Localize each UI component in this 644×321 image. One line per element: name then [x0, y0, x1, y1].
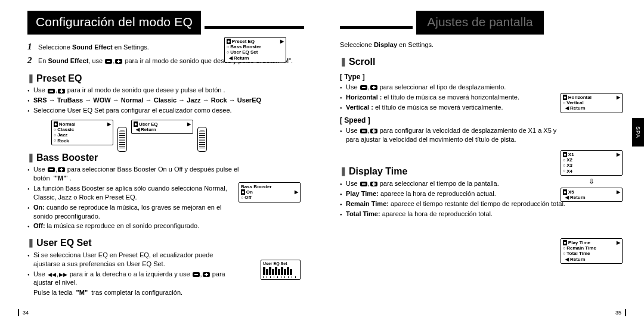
list-item: Use ◀◀,▶▶ para ir a la derecha o a la iz… [27, 270, 230, 288]
list-item: Use , para ir al modo de sonido que dese… [27, 86, 304, 95]
page-number-right: 35 [615, 309, 626, 316]
page-35: Ajustes de pantalla Seleccione Display e… [322, 0, 644, 321]
list-item: Use , para seleccionar el tipo de despla… [340, 83, 566, 92]
scroll-type-list: Use , para seleccionar el tipo de despla… [340, 83, 566, 112]
usereq-list: Si se selecciona User EQ en Preset EQ, e… [27, 251, 230, 287]
list-item: Si se selecciona User EQ en Preset EQ, e… [27, 251, 230, 269]
right-intro: Seleccione Display en Settings. [340, 40, 566, 49]
list-item: Play Time: aparece la hora de reproducci… [340, 189, 566, 198]
heading-display-time: Display Time [340, 165, 566, 178]
list-item: Use , para configurar la velocidad de de… [340, 126, 566, 144]
subheading-type: Type [340, 72, 566, 82]
scroll-speed-list: Use , para configurar la velocidad de de… [340, 126, 566, 144]
list-item: Remain Time: aparece el tiempo restante … [340, 200, 566, 208]
usereq-tail: Pulse la tecla "M" tras completar la con… [27, 288, 304, 297]
step-num-2: 2 [27, 54, 35, 66]
figure-sound-effect-menu: ●Preset EQ▶○Bass Booster○User EQ Set ◀Re… [224, 37, 302, 63]
scroll-knob-icon [117, 127, 127, 152]
figure-preset-eq-a: ●Normal▶○Classic○Jazz○Rock [51, 120, 113, 145]
dtime-list: Use , para seleccionar el tiempo de la p… [340, 179, 566, 218]
list-item: Seleccione User EQ Set para configurar e… [27, 106, 304, 115]
figure-display-time: ●Play Time▶○Remain Time○Total Time ◀Retu… [561, 238, 623, 264]
list-item: On: cuando se reproduce la música, los g… [27, 203, 242, 221]
heading-bass-booster: Bass Booster [27, 151, 304, 164]
side-tab-spa: SPA [632, 118, 644, 147]
figure-user-eq: User EQ Set [261, 260, 301, 281]
heading-scroll: Scroll [340, 55, 566, 68]
down-arrow-icon: ⇩ [589, 177, 595, 186]
list-item: Vertical : el título de música se moverá… [340, 103, 566, 112]
list-item: Total Time: aparece la hora de reproducc… [340, 210, 566, 219]
figure-preset-eq-b: ●User EQ▶ ◀Return [131, 120, 193, 134]
list-item: Horizontal : el título de música se move… [340, 93, 566, 102]
figure-scroll-speed: ●X1▶○X2○X3○X4 ⇩ ●X5▶ ◀Return [561, 150, 623, 202]
step-num-1: 1 [27, 40, 35, 52]
scroll-knob-icon [197, 127, 207, 152]
page-title-right: Ajustes de pantalla [416, 11, 543, 35]
heading-user-eq-set: User EQ Set [27, 236, 304, 250]
bass-list: Use , para seleccionar Bass Booster On u… [27, 165, 242, 230]
list-item: Use , para seleccionar el tiempo de la p… [340, 179, 566, 188]
page-title-left: Configuración del modo EQ [27, 11, 201, 35]
list-item: La función Bass Booster se aplica sólo c… [27, 184, 242, 202]
preset-eq-list: Use , para ir al modo de sonido que dese… [27, 86, 304, 115]
page-number-left: 34 [18, 309, 29, 316]
list-item: Off: la música se reproduce en el sonido… [27, 222, 242, 230]
figure-bass-booster: Bass Booster●On▶○Off [239, 182, 301, 202]
list-item: SRS → TruBass → WOW → Normal → Classic →… [27, 96, 304, 105]
list-item: Use , para seleccionar Bass Booster On u… [27, 165, 242, 183]
subheading-speed: Speed [340, 116, 566, 125]
figure-scroll-type: ●Horizontal▶○Vertical ◀Return [561, 93, 623, 113]
page-34: Configuración del modo EQ 1Seleccione So… [0, 0, 322, 321]
heading-preset-eq: Preset EQ [27, 72, 304, 85]
manual-spread: Configuración del modo EQ 1Seleccione So… [0, 0, 644, 321]
